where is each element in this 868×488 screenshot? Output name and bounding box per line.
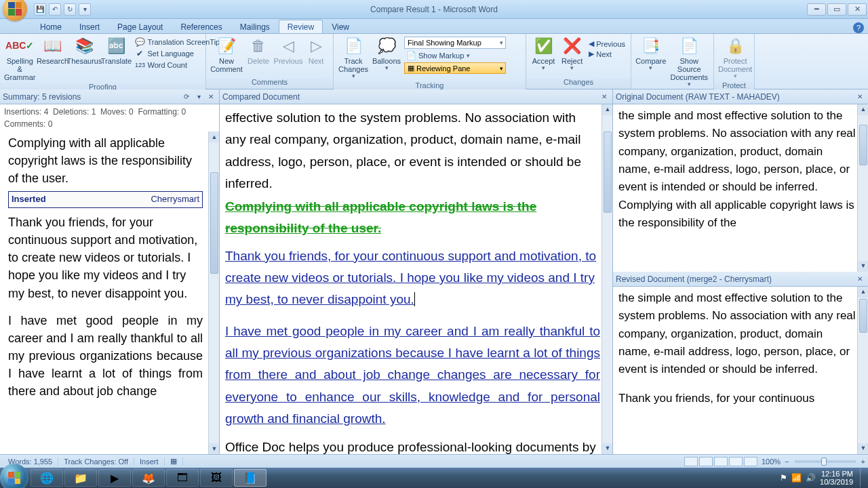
tab-review[interactable]: Review xyxy=(279,20,323,33)
tray-clock[interactable]: 12:16 PM 10/3/2019 xyxy=(820,470,853,486)
group-label-comments: Comments xyxy=(206,78,333,89)
scroll-down-icon[interactable]: ▼ xyxy=(858,261,868,272)
original-header: Original Document (RAW TEXT - MAHADEV) ✕ xyxy=(613,89,868,104)
office-button[interactable] xyxy=(3,0,27,21)
scroll-thumb[interactable] xyxy=(604,131,612,213)
status-mode[interactable]: Insert xyxy=(134,458,165,466)
revised-header: Revised Document (merge2 - Cherrysmart) … xyxy=(613,272,868,287)
tray-network-icon[interactable]: 📶 xyxy=(791,473,802,483)
summary-body[interactable]: Complying with all applicable copyright … xyxy=(0,131,219,454)
tab-home[interactable]: Home xyxy=(31,20,71,33)
summary-refresh-icon[interactable]: ⟳ xyxy=(181,92,192,102)
scroll-up-icon[interactable]: ▲ xyxy=(209,131,219,142)
word-count-icon: 123 xyxy=(135,60,144,70)
text-cursor xyxy=(414,292,415,306)
minimize-button[interactable]: ━ xyxy=(807,3,826,16)
tab-references[interactable]: References xyxy=(172,20,231,33)
status-macro-icon[interactable]: ▦ xyxy=(165,457,183,466)
view-draft-icon[interactable] xyxy=(744,457,757,466)
tab-view[interactable]: View xyxy=(323,20,358,33)
zoom-out-icon[interactable]: − xyxy=(785,458,789,466)
delete-comment-button[interactable]: 🗑Delete xyxy=(244,35,273,65)
summary-para-1: Thank you friends, for your continuous s… xyxy=(8,214,203,302)
inserted-bar[interactable]: Inserted Cherrysmart xyxy=(8,191,203,208)
view-outline-icon[interactable] xyxy=(729,457,743,466)
summary-scrollbar[interactable]: ▲ ▼ xyxy=(208,131,219,454)
show-markup-button[interactable]: 📄Show Markup xyxy=(404,50,506,61)
zoom-knob[interactable] xyxy=(821,458,827,466)
tray-flag-icon[interactable]: ⚑ xyxy=(780,473,787,483)
scroll-up-icon[interactable]: ▲ xyxy=(602,104,612,115)
taskbar-word-icon[interactable]: 📘 xyxy=(234,469,267,487)
protect-document-button[interactable]: 🔒Protect Document xyxy=(717,35,753,80)
zoom-level[interactable]: 100% xyxy=(762,458,781,466)
translate-button[interactable]: 🔤Translate xyxy=(100,35,132,65)
research-button[interactable]: 📖Research xyxy=(37,35,68,65)
scroll-thumb[interactable] xyxy=(859,125,867,165)
scroll-thumb[interactable] xyxy=(210,172,218,274)
taskbar-ie-icon[interactable]: 🌐 xyxy=(31,469,63,487)
next-change-button[interactable]: ▶Next xyxy=(589,49,625,58)
taskbar-media-icon[interactable]: ▶ xyxy=(98,469,131,487)
qat-customize-icon[interactable]: ▾ xyxy=(79,3,91,16)
next-comment-button[interactable]: ▷Next xyxy=(304,35,328,65)
compared-scrollbar[interactable]: ▲ ▼ xyxy=(601,104,612,454)
view-full-screen-icon[interactable] xyxy=(699,457,713,466)
original-scrollbar[interactable]: ▲ ▼ xyxy=(857,104,868,272)
help-icon[interactable]: ? xyxy=(853,22,864,33)
zoom-in-icon[interactable]: + xyxy=(861,458,865,466)
research-icon: 📖 xyxy=(41,37,63,56)
thesaurus-button[interactable]: 📚Thesaurus xyxy=(68,35,100,65)
tray-volume-icon[interactable]: 🔊 xyxy=(806,473,816,483)
tab-insert[interactable]: Insert xyxy=(71,20,108,33)
start-button[interactable] xyxy=(0,464,28,488)
taskbar-explorer-icon[interactable]: 📁 xyxy=(64,469,97,487)
balloons-button[interactable]: 💭Balloons xyxy=(370,35,403,72)
reject-button[interactable]: ❌Reject xyxy=(558,35,586,72)
view-print-layout-icon[interactable] xyxy=(684,457,698,466)
revised-close-icon[interactable]: ✕ xyxy=(854,274,865,284)
taskbar-app2-icon[interactable]: 🖼 xyxy=(200,469,233,487)
qat-redo-icon[interactable]: ↻ xyxy=(64,3,76,16)
compared-close-icon[interactable]: ✕ xyxy=(599,92,610,102)
scroll-down-icon[interactable]: ▼ xyxy=(209,443,219,454)
qat-undo-icon[interactable]: ↶ xyxy=(49,3,61,16)
revised-scrollbar[interactable]: ▲ ▼ xyxy=(857,287,868,454)
accept-button[interactable]: ✅Accept xyxy=(529,35,558,72)
scroll-down-icon[interactable]: ▼ xyxy=(858,443,868,454)
spelling-grammar-button[interactable]: ABC✓Spelling & Grammar xyxy=(3,35,37,81)
previous-change-button[interactable]: ◀Previous xyxy=(589,39,625,48)
compare-button[interactable]: 📑Compare xyxy=(634,35,668,72)
delete-comment-icon: 🗑 xyxy=(248,37,269,56)
taskbar-firefox-icon[interactable]: 🦊 xyxy=(132,469,165,487)
view-web-layout-icon[interactable] xyxy=(714,457,728,466)
original-body[interactable]: the simple and most effective solution t… xyxy=(613,104,868,272)
scroll-down-icon[interactable]: ▼ xyxy=(602,443,612,454)
original-text: the simple and most effective solution t… xyxy=(618,109,856,229)
tab-page-layout[interactable]: Page Layout xyxy=(108,20,172,33)
show-desktop-button[interactable] xyxy=(860,468,865,487)
reviewing-pane-button[interactable]: ▦Reviewing Pane xyxy=(404,62,506,74)
display-for-review-combo[interactable]: Final Showing Markup xyxy=(404,37,506,49)
previous-comment-button[interactable]: ◁Previous xyxy=(273,35,304,65)
maximize-button[interactable]: ▭ xyxy=(827,3,846,16)
status-track-changes[interactable]: Track Changes: Off xyxy=(58,458,134,466)
scroll-up-icon[interactable]: ▲ xyxy=(858,104,868,115)
tab-mailings[interactable]: Mailings xyxy=(231,20,279,33)
taskbar-app1-icon[interactable]: 🗔 xyxy=(166,469,199,487)
ribbon: ABC✓Spelling & Grammar 📖Research 📚Thesau… xyxy=(0,34,868,89)
summary-close-icon[interactable]: ✕ xyxy=(205,92,216,102)
original-close-icon[interactable]: ✕ xyxy=(854,92,865,102)
scroll-thumb[interactable] xyxy=(859,299,867,333)
zoom-slider[interactable] xyxy=(795,460,856,463)
close-button[interactable]: ✕ xyxy=(848,3,867,16)
summary-dropdown-icon[interactable]: ▾ xyxy=(193,92,204,102)
revised-body[interactable]: the simple and most effective solution t… xyxy=(613,287,868,454)
compared-body[interactable]: effective solution to the system problem… xyxy=(220,104,612,454)
new-comment-button[interactable]: 📝New Comment xyxy=(209,35,244,73)
show-source-button[interactable]: 📄Show Source Documents xyxy=(668,35,711,88)
title-bar: 💾 ↶ ↻ ▾ Compare Result 1 - Microsoft Wor… xyxy=(0,0,868,19)
track-changes-button[interactable]: 📄Track Changes xyxy=(336,35,370,80)
scroll-up-icon[interactable]: ▲ xyxy=(858,287,868,298)
qat-save-icon[interactable]: 💾 xyxy=(34,3,46,16)
